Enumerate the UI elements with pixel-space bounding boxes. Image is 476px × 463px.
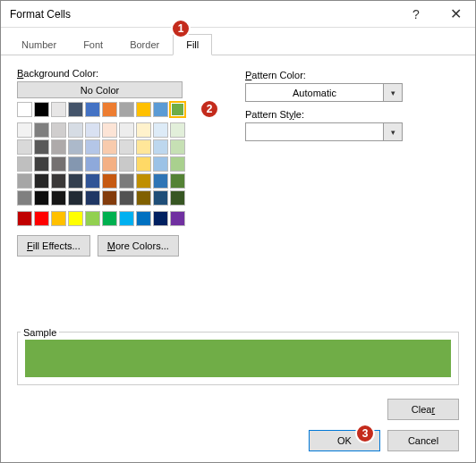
color-swatch[interactable] [119,211,134,226]
annotation-badge-2: 2 [200,99,219,119]
pattern-style-label: Pattern Style: [245,109,429,120]
color-swatch[interactable] [85,156,100,172]
pattern-style-dropdown[interactable]: ▾ [245,122,403,141]
cancel-button[interactable]: Cancel [387,430,459,451]
fill-panel: Background Color: No Color Fill Effects.… [1,55,475,265]
color-swatch[interactable] [102,139,117,155]
color-swatch[interactable] [51,173,66,189]
dialog-title: Format Cells [10,8,396,21]
color-swatch[interactable] [102,190,117,206]
color-swatch[interactable] [68,211,83,226]
pattern-color-value: Automatic [245,83,384,102]
color-swatch[interactable] [51,211,66,226]
color-swatch[interactable] [170,122,185,138]
tab-font[interactable]: Font [70,34,116,55]
color-swatch[interactable] [136,156,151,172]
color-swatch[interactable] [136,211,151,226]
color-swatch[interactable] [153,102,168,117]
color-swatch[interactable] [51,122,66,138]
color-swatch[interactable] [68,102,83,117]
pattern-style-value [245,122,384,141]
help-button[interactable]: ? [396,1,436,27]
color-swatch[interactable] [85,139,100,155]
tab-bar: Number Font Border Fill [1,28,475,55]
standard-colors-row [17,211,187,226]
color-swatch[interactable] [85,122,100,138]
color-swatch[interactable] [85,102,100,117]
color-swatch[interactable] [119,139,134,155]
color-swatch[interactable] [17,122,32,138]
no-color-button[interactable]: No Color [17,81,183,98]
color-swatch[interactable] [34,173,49,189]
sample-label: Sample [21,327,59,338]
color-swatch[interactable] [153,139,168,155]
color-swatch[interactable] [136,139,151,155]
color-swatch[interactable] [119,156,134,172]
color-swatch[interactable] [17,102,32,117]
pattern-color-label: Pattern Color: [245,70,429,80]
color-swatch[interactable] [136,122,151,138]
chevron-down-icon[interactable]: ▾ [384,122,403,141]
sample-preview [25,340,451,377]
color-swatch[interactable] [51,156,66,172]
color-swatch[interactable] [102,122,117,138]
tab-number[interactable]: Number [8,34,70,55]
color-swatch[interactable] [136,102,151,117]
color-swatch[interactable] [51,139,66,155]
color-swatch[interactable] [102,102,117,117]
color-swatch[interactable] [85,190,100,206]
color-swatch[interactable] [119,122,134,138]
color-swatch[interactable] [17,139,32,155]
annotation-badge-1: 1 [171,19,191,38]
color-swatch[interactable] [17,156,32,172]
color-swatch[interactable] [119,102,134,117]
color-swatch[interactable] [102,173,117,189]
color-swatch[interactable] [153,122,168,138]
tab-border[interactable]: Border [116,34,173,55]
color-swatch[interactable] [34,122,49,138]
color-swatch[interactable] [102,211,117,226]
color-swatch[interactable] [34,139,49,155]
pattern-color-dropdown[interactable]: Automatic ▾ [245,83,403,102]
tint-colors-grid [17,122,187,206]
color-swatch[interactable] [68,156,83,172]
chevron-down-icon[interactable]: ▾ [384,83,403,102]
theme-colors-row [17,102,187,117]
color-swatch[interactable] [17,211,32,226]
color-swatch[interactable] [136,173,151,189]
color-swatch[interactable] [170,173,185,189]
color-swatch[interactable] [153,190,168,206]
color-swatch[interactable] [17,190,32,206]
color-swatch[interactable] [119,173,134,189]
color-swatch[interactable] [170,211,185,226]
color-swatch[interactable] [170,190,185,206]
close-button[interactable]: ✕ [436,1,475,27]
color-swatch[interactable] [34,102,49,117]
color-swatch[interactable] [153,173,168,189]
color-swatch[interactable] [68,122,83,138]
color-swatch[interactable] [153,211,168,226]
color-swatch[interactable] [85,211,100,226]
color-swatch[interactable] [68,139,83,155]
color-swatch[interactable] [170,102,185,117]
color-swatch[interactable] [34,156,49,172]
annotation-badge-3: 3 [355,424,375,443]
color-swatch[interactable] [34,211,49,226]
color-swatch[interactable] [51,102,66,117]
color-swatch[interactable] [68,173,83,189]
more-colors-button[interactable]: More Colors... [98,235,179,257]
color-swatch[interactable] [102,156,117,172]
color-swatch[interactable] [68,190,83,206]
color-swatch[interactable] [136,190,151,206]
color-swatch[interactable] [170,139,185,155]
color-swatch[interactable] [34,190,49,206]
color-swatch[interactable] [153,156,168,172]
fill-effects-button[interactable]: Fill Effects... [17,235,90,257]
color-swatch[interactable] [51,190,66,206]
color-swatch[interactable] [119,190,134,206]
color-swatch[interactable] [17,173,32,189]
color-swatch[interactable] [85,173,100,189]
sample-group: Sample [17,321,459,385]
clear-button[interactable]: Clear [387,399,459,420]
color-swatch[interactable] [170,156,185,172]
